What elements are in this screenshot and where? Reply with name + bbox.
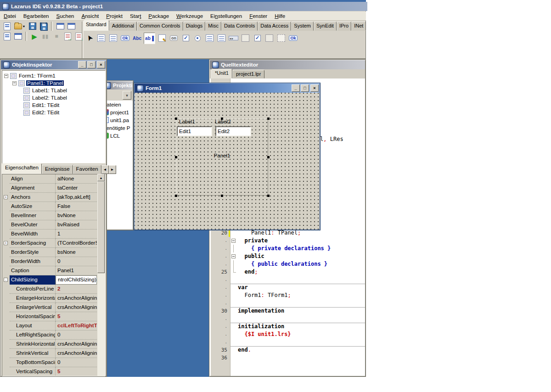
- view-units-button[interactable]: [13, 32, 23, 41]
- code-line[interactable]: .: [210, 299, 365, 307]
- menu-bearbeiten[interactable]: Bearbeiten: [20, 12, 53, 20]
- property-expander-icon[interactable]: +: [4, 241, 8, 245]
- menu-einstellungen[interactable]: Einstellungen: [207, 12, 246, 20]
- property-row-shrinkhorizontal[interactable]: ShrinkHorizontalcrsAnchorAligning: [2, 340, 105, 349]
- code-line[interactable]: .: [210, 338, 365, 346]
- property-row-borderwidth[interactable]: BorderWidth0: [2, 257, 105, 266]
- palette-tab-dialogs[interactable]: Dialogs: [183, 22, 206, 31]
- property-row-leftrightspacing[interactable]: LeftRightSpacing0: [2, 330, 105, 340]
- palette-tab-system[interactable]: System: [291, 22, 314, 31]
- property-row-enlargevertical[interactable]: EnlargeVerticalcrsAnchorAligning: [2, 303, 105, 312]
- inspector-tab-favoriten[interactable]: Favoriten: [73, 165, 101, 174]
- property-value[interactable]: bsNone: [56, 248, 97, 257]
- code-line[interactable]: 36: [210, 354, 365, 362]
- label1-control[interactable]: Label1: [179, 119, 195, 124]
- tcheckbox-icon[interactable]: ✓: [180, 33, 191, 44]
- property-value[interactable]: 1: [56, 230, 97, 239]
- code-line[interactable]: 35end.: [210, 346, 365, 354]
- menu-datei[interactable]: Datei: [0, 12, 20, 20]
- property-row-bevelouter[interactable]: BevelOuterbvRaised: [2, 220, 105, 230]
- selection-handle-mid-left[interactable]: [175, 156, 177, 158]
- source-editor-titlebar[interactable]: Quelltexteditor: [210, 60, 365, 69]
- property-value[interactable]: crsAnchorAligning: [56, 349, 97, 358]
- code-fold-icon[interactable]: [231, 239, 236, 243]
- property-value[interactable]: [akTop,akLeft]: [56, 193, 97, 202]
- code-line[interactable]: .var: [210, 284, 365, 291]
- show-form-button[interactable]: [55, 22, 65, 31]
- property-row-borderspacing[interactable]: +BorderSpacing(TControlBorderSp: [2, 239, 105, 248]
- selection-handle-top-mid[interactable]: [221, 118, 223, 120]
- palette-tab-data-access[interactable]: Data Access: [258, 22, 291, 31]
- tree-item-panel1[interactable]: Panel1: TPanel: [2, 79, 105, 87]
- palette-tab-common-controls[interactable]: Common Controls: [137, 22, 183, 31]
- property-value-editor[interactable]: ntrolChildSizing): [56, 275, 97, 285]
- property-expander-icon[interactable]: +: [4, 195, 8, 199]
- maximize-button[interactable]: □: [301, 84, 309, 92]
- palette-tab-data-controls[interactable]: Data Controls: [221, 22, 258, 31]
- inspector-tab-eigenschaften[interactable]: Eigenschaften: [2, 163, 42, 174]
- code-line[interactable]: . public: [210, 252, 365, 260]
- minimize-button[interactable]: _: [292, 84, 300, 92]
- minimize-button[interactable]: _: [78, 61, 86, 68]
- tradiobutton-icon[interactable]: [192, 33, 203, 44]
- code-line[interactable]: 30implementation: [210, 307, 365, 315]
- save-button[interactable]: [28, 22, 38, 31]
- menu-fenster[interactable]: Fenster: [246, 12, 271, 20]
- property-row-verticalspacing[interactable]: VerticalSpacing5: [2, 367, 105, 376]
- property-value[interactable]: alNone: [56, 174, 97, 184]
- property-value[interactable]: bvRaised: [56, 220, 97, 230]
- tmemo-icon[interactable]: [157, 33, 167, 44]
- tab-unit1[interactable]: *Unit1: [211, 69, 232, 78]
- form-design-surface[interactable]: Label1 Label2 Edit1 Edit2 Panel1: [135, 93, 320, 230]
- property-value[interactable]: bvNone: [56, 211, 97, 220]
- selection-handle-top-left[interactable]: [175, 118, 177, 120]
- tree-item-edit2[interactable]: Edit2: TEdit: [2, 109, 105, 116]
- close-button[interactable]: ×: [310, 84, 319, 92]
- property-row-topbottomspacin[interactable]: TopBottomSpacin0: [2, 358, 105, 367]
- property-value[interactable]: 0: [56, 358, 97, 367]
- code-line[interactable]: . private: [210, 237, 365, 245]
- property-value[interactable]: (TControlBorderSp: [56, 239, 97, 248]
- code-fold-icon[interactable]: [231, 254, 236, 258]
- property-value[interactable]: taCenter: [56, 184, 97, 193]
- code-line[interactable]: . Form1: TForm1;: [210, 291, 365, 299]
- property-row-layout[interactable]: LayoutcclLeftToRightTl: [2, 321, 105, 330]
- code-line[interactable]: .initialization: [210, 323, 365, 330]
- menu-hilfe[interactable]: Hilfe: [271, 12, 289, 20]
- inspector-tab-ereignisse[interactable]: Ereignisse: [42, 165, 73, 174]
- property-expander-icon[interactable]: -: [4, 278, 8, 282]
- selection-handle-bottom-right[interactable]: [267, 195, 270, 197]
- property-row-borderstyle[interactable]: BorderStylebsNone: [2, 248, 105, 257]
- edit1-control[interactable]: Edit1: [177, 126, 212, 136]
- property-row-enlargehorizonta[interactable]: EnlargeHorizontacrsAnchorAligning: [2, 294, 105, 303]
- property-value[interactable]: False: [56, 202, 97, 211]
- menu-suchen[interactable]: Suchen: [53, 12, 78, 20]
- tframe-icon[interactable]: [276, 33, 287, 44]
- form-titlebar[interactable]: Form1 _ □ ×: [135, 84, 320, 93]
- property-row-align[interactable]: AlignalNone: [2, 174, 105, 184]
- code-line[interactable]: . { public declarations }: [210, 260, 365, 268]
- code-line[interactable]: . { private declarations }: [210, 245, 365, 252]
- menu-package[interactable]: Package: [145, 12, 173, 20]
- toggle-form-unit-button[interactable]: [66, 22, 76, 31]
- tree-item-edit1[interactable]: Edit1: TEdit: [2, 101, 105, 109]
- palette-tab-misc[interactable]: Misc: [205, 22, 221, 31]
- property-row-autosize[interactable]: AutoSizeFalse: [2, 202, 105, 211]
- property-row-bevelwidth[interactable]: BevelWidth1: [2, 230, 105, 239]
- tab-scroll-right-icon[interactable]: ►: [109, 165, 116, 174]
- select-tool-icon[interactable]: ➤: [84, 33, 95, 44]
- property-row-anchors[interactable]: +Anchors[akTop,akLeft]: [2, 193, 105, 202]
- code-line[interactable]: .: [210, 315, 365, 323]
- property-grid-scrollbar[interactable]: ▲: [97, 174, 105, 376]
- tpanel-icon[interactable]: [264, 33, 275, 44]
- save-all-button[interactable]: [39, 22, 49, 31]
- menu-start[interactable]: Start: [126, 12, 145, 20]
- new-unit-button[interactable]: [2, 22, 12, 31]
- tlistbox-icon[interactable]: [204, 33, 215, 44]
- property-value[interactable]: 2: [56, 285, 97, 294]
- tlabel-icon[interactable]: Abc: [132, 33, 142, 44]
- code-line[interactable]: . {$I unit1.lrs}: [210, 330, 365, 338]
- pi-toolbar-button[interactable]: ▾: [123, 91, 131, 100]
- selection-handle-bottom-left[interactable]: [175, 195, 177, 197]
- expander-icon[interactable]: [12, 81, 17, 85]
